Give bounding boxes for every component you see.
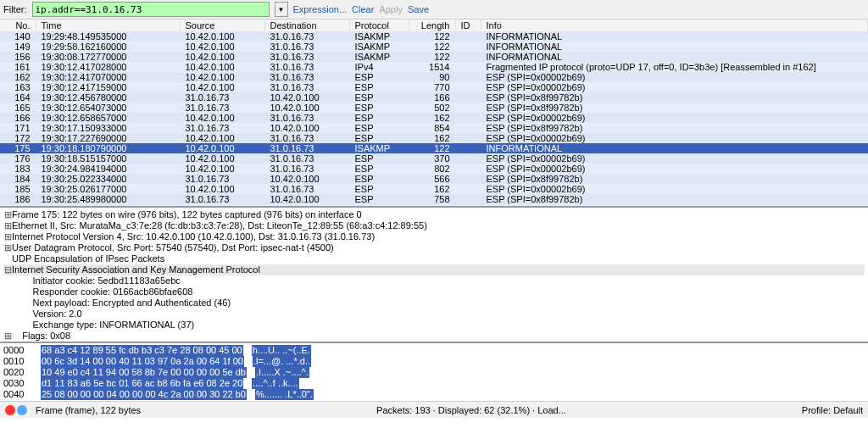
status-packets: Packets: 193 · Displayed: 62 (32.1%) · L…: [376, 405, 566, 415]
detail-line[interactable]: UDP Encapsulation of IPsec Packets: [3, 253, 865, 264]
hex-dump-pane[interactable]: 000068 a3 c4 12 89 55 fc db b3 c3 7e 28 …: [0, 343, 868, 401]
status-icons: [5, 405, 27, 415]
packet-row[interactable]: 17119:30:17.15093300031.0.16.7310.42.0.1…: [0, 123, 868, 133]
status-bar: Frame (frame), 122 bytes Packets: 193 · …: [0, 401, 868, 418]
packet-list-pane[interactable]: No.TimeSourceDestinationProtocolLengthID…: [0, 19, 868, 208]
filter-dropdown-icon[interactable]: ▼: [275, 2, 288, 17]
column-headers[interactable]: No.TimeSourceDestinationProtocolLengthID…: [0, 19, 868, 31]
packet-details-pane[interactable]: ⊞Frame 175: 122 bytes on wire (976 bits)…: [0, 208, 868, 343]
packet-row[interactable]: 15619:30:08.17277000010.42.0.10031.0.16.…: [0, 52, 868, 62]
col-time[interactable]: Time: [36, 19, 180, 31]
clear-button[interactable]: Clear: [352, 4, 374, 14]
col-id[interactable]: ID: [455, 19, 481, 31]
save-button[interactable]: Save: [408, 4, 429, 14]
col-length[interactable]: Length: [409, 19, 455, 31]
hex-row[interactable]: 0030d1 11 83 a6 5e bc 01 66 ac b8 6b fa …: [3, 378, 865, 389]
detail-line[interactable]: Version: 2.0: [3, 308, 865, 320]
expert-error-icon[interactable]: [5, 405, 15, 415]
detail-line[interactable]: ⊞Internet Protocol Version 4, Src: 10.42…: [3, 231, 865, 242]
detail-line[interactable]: Responder cookie: 0166acb86bfae608: [3, 286, 865, 297]
detail-line[interactable]: ⊞User Datagram Protocol, Src Port: 57540…: [3, 242, 865, 253]
detail-line[interactable]: ⊞Ethernet II, Src: MurataMa_c3:7e:28 (fc…: [3, 220, 865, 231]
detail-line[interactable]: ⊟Internet Security Association and Key M…: [3, 264, 865, 275]
col-no[interactable]: No.: [0, 19, 36, 31]
packet-row[interactable]: 16219:30:12.41707000010.42.0.10031.0.16.…: [0, 72, 868, 82]
hex-row[interactable]: 000068 a3 c4 12 89 55 fc db b3 c3 7e 28 …: [3, 345, 865, 356]
packet-row[interactable]: 17519:30:18.18079000010.42.0.10031.0.16.…: [0, 143, 868, 153]
packet-row[interactable]: 16119:30:12.41702800010.42.0.10031.0.16.…: [0, 62, 868, 72]
hex-row[interactable]: 004025 08 00 00 00 04 00 00 00 4c 2a 00 …: [3, 389, 865, 400]
col-destination[interactable]: Destination: [264, 19, 349, 31]
detail-line[interactable]: ⊞Frame 175: 122 bytes on wire (976 bits)…: [3, 209, 865, 220]
detail-line[interactable]: Exchange type: INFORMATIONAL (37): [3, 320, 865, 331]
packet-row[interactable]: 14919:29:58.16216000010.42.0.10031.0.16.…: [0, 42, 868, 52]
status-frame: Frame (frame), 122 bytes: [36, 405, 141, 415]
expert-note-icon[interactable]: [17, 405, 27, 415]
packet-row[interactable]: 16419:30:12.45678000031.0.16.7310.42.0.1…: [0, 92, 868, 103]
packet-row[interactable]: 14019:29:48.14953500010.42.0.10031.0.16.…: [0, 31, 868, 42]
packet-row[interactable]: 18619:30:25.48998000031.0.16.7310.42.0.1…: [0, 194, 868, 204]
detail-line[interactable]: Next payload: Encrypted and Authenticate…: [3, 297, 865, 308]
packet-row[interactable]: 16519:30:12.65407300031.0.16.7310.42.0.1…: [0, 103, 868, 113]
filter-toolbar: Filter: ▼ Expression... Clear Apply Save: [0, 0, 868, 19]
filter-input[interactable]: [32, 2, 270, 17]
col-info[interactable]: Info: [481, 19, 868, 31]
packet-row[interactable]: 18319:30:24.98419400010.42.0.10031.0.16.…: [0, 164, 868, 174]
filter-label: Filter:: [3, 4, 27, 14]
packet-row[interactable]: 18419:30:25.02233400031.0.16.7310.42.0.1…: [0, 174, 868, 184]
packet-row[interactable]: 16319:30:12.41715900010.42.0.10031.0.16.…: [0, 82, 868, 92]
status-profile: Profile: Default: [802, 405, 863, 415]
detail-line[interactable]: ⊞ Flags: 0x08: [3, 331, 865, 342]
col-protocol[interactable]: Protocol: [349, 19, 409, 31]
packet-row[interactable]: 18519:30:25.02617700010.42.0.10031.0.16.…: [0, 184, 868, 194]
hex-row[interactable]: 001000 6c 3d 14 00 00 40 11 03 97 0a 2a …: [3, 356, 865, 367]
expression-button[interactable]: Expression...: [293, 4, 348, 14]
packet-row[interactable]: 17219:30:17.22769000010.42.0.10031.0.16.…: [0, 133, 868, 143]
col-source[interactable]: Source: [180, 19, 264, 31]
apply-button[interactable]: Apply: [379, 4, 403, 14]
packet-row[interactable]: 17619:30:18.51515700010.42.0.10031.0.16.…: [0, 153, 868, 164]
packet-row[interactable]: 16619:30:12.65865700010.42.0.10031.0.16.…: [0, 113, 868, 123]
hex-row[interactable]: 002010 49 e0 c4 11 94 00 58 8b 7e 00 00 …: [3, 367, 865, 378]
detail-line[interactable]: Initiator cookie: 5edbd11183a65ebc: [3, 275, 865, 286]
